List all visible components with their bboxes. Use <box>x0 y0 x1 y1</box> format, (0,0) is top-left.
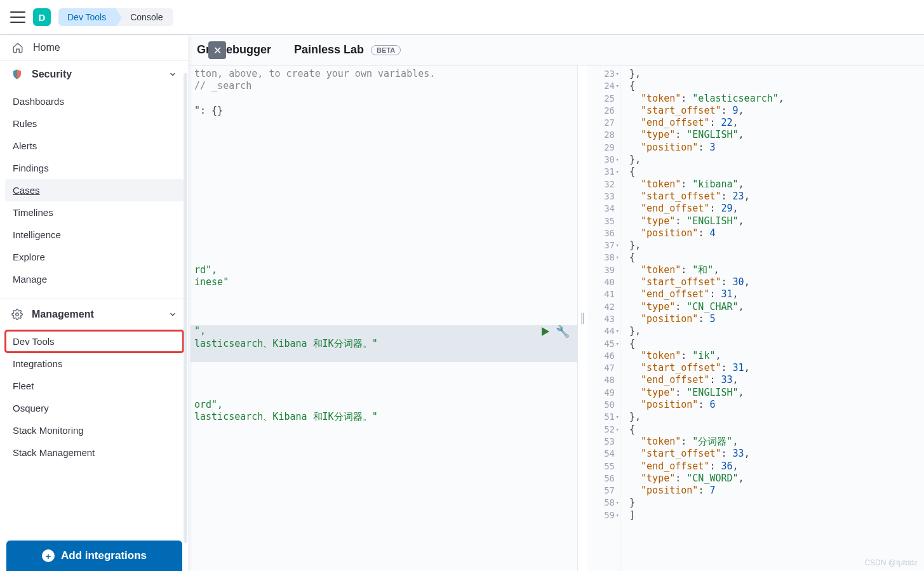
sidebar-scroll[interactable]: Home Security Dashboards Rules Alerts Fi… <box>0 35 189 533</box>
chevron-down-icon <box>168 70 177 79</box>
sidebar: Home Security Dashboards Rules Alerts Fi… <box>0 35 189 571</box>
gear-icon <box>11 309 23 320</box>
wrench-icon[interactable]: 🔧 <box>556 325 570 337</box>
sidebar-item-timelines[interactable]: Timelines <box>5 201 184 224</box>
layout: Home Security Dashboards Rules Alerts Fi… <box>0 35 924 571</box>
section-title-management: Management <box>32 309 94 320</box>
hamburger-icon[interactable] <box>10 11 25 23</box>
breadcrumb-console[interactable]: Console <box>116 8 173 26</box>
shield-icon <box>11 69 23 80</box>
chevron-down-icon <box>168 310 177 319</box>
sidebar-home[interactable]: Home <box>0 35 189 61</box>
top-bar: D Dev Tools Console <box>0 0 924 35</box>
management-items: Dev Tools Integrations Fleet Osquery Sta… <box>0 328 189 469</box>
sidebar-item-rules[interactable]: Rules <box>5 112 184 135</box>
sidebar-item-stack-management[interactable]: Stack Management <box>5 441 184 464</box>
section-title-security: Security <box>32 69 72 80</box>
close-icon[interactable]: ✕ <box>208 41 226 59</box>
app-logo[interactable]: D <box>33 8 51 26</box>
sidebar-item-explore[interactable]: Explore <box>5 246 184 268</box>
svg-point-0 <box>16 313 19 316</box>
add-integrations-label: Add integrations <box>61 549 147 562</box>
plus-icon: + <box>42 549 55 562</box>
beta-badge: BETA <box>371 45 401 55</box>
section-head-management[interactable]: Management <box>0 301 189 328</box>
sidebar-item-findings[interactable]: Findings <box>5 157 184 179</box>
sidebar-item-manage[interactable]: Manage <box>5 268 184 290</box>
gutter: 2324252627282930313233343536373839404142… <box>587 65 620 571</box>
sidebar-item-dev-tools[interactable]: Dev Tools <box>5 330 184 353</box>
security-items: Dashboards Rules Alerts Findings Cases T… <box>0 88 189 295</box>
sidebar-item-osquery[interactable]: Osquery <box>5 397 184 419</box>
divider <box>0 298 189 299</box>
sidebar-item-integrations[interactable]: Integrations <box>5 353 184 375</box>
sidebar-item-dashboards[interactable]: Dashboards <box>5 90 184 112</box>
breadcrumb-dev-tools[interactable]: Dev Tools <box>58 8 116 26</box>
sidebar-item-stack-monitoring[interactable]: Stack Monitoring <box>5 419 184 441</box>
tab-painless[interactable]: Painless Lab BETA <box>294 37 401 63</box>
sidebar-home-label: Home <box>33 42 60 53</box>
run-icon[interactable] <box>542 327 549 336</box>
watermark: CSDN @ℓμℓddz <box>864 558 918 567</box>
tab-painless-label: Painless Lab <box>294 43 364 56</box>
sidebar-item-alerts[interactable]: Alerts <box>5 135 184 157</box>
breadcrumb: Dev Tools Console <box>58 8 173 26</box>
editor-response-pane[interactable]: 2324252627282930313233343536373839404142… <box>587 65 924 571</box>
pane-divider[interactable]: ║ <box>577 65 587 571</box>
editor-response[interactable]: }, { "token": "elasticsearch", "start_of… <box>620 65 924 571</box>
section-head-security[interactable]: Security <box>0 61 189 88</box>
add-integrations-button[interactable]: + Add integrations <box>6 541 182 571</box>
sidebar-item-intelligence[interactable]: Intelligence <box>5 224 184 246</box>
editor-request[interactable]: tton, above, to create your own variable… <box>191 65 577 571</box>
home-icon <box>11 41 24 54</box>
sidebar-footer: + Add integrations <box>0 533 189 571</box>
sidebar-item-fleet[interactable]: Fleet <box>5 375 184 397</box>
sidebar-scrollbar[interactable] <box>184 73 187 543</box>
sidebar-item-cases[interactable]: Cases <box>5 179 184 201</box>
